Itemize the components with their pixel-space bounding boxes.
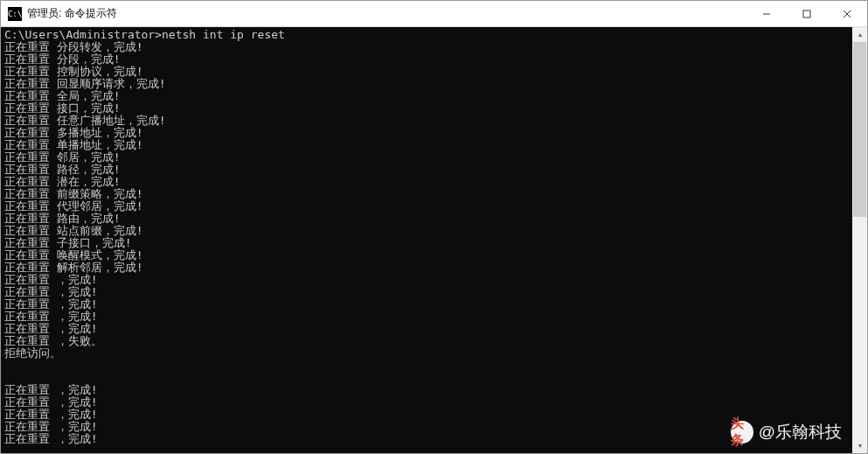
terminal-lines: 正在重置 分段转发，完成! 正在重置 分段，完成! 正在重置 控制协议，完成! …	[4, 40, 166, 445]
maximize-button[interactable]	[787, 1, 827, 26]
terminal-wrapper: C:\Users\Administrator>netsh int ip rese…	[1, 27, 867, 453]
svg-rect-1	[803, 10, 810, 17]
scroll-up-icon[interactable]: ▴	[852, 27, 867, 42]
watermark: 头条 @乐翰科技	[731, 421, 842, 444]
command-text: netsh int ip reset	[162, 28, 285, 41]
watermark-icon: 头条	[731, 421, 753, 444]
scrollbar[interactable]: ▴ ▾	[852, 27, 867, 453]
terminal-output[interactable]: C:\Users\Administrator>netsh int ip rese…	[1, 27, 852, 453]
titlebar: C:\ 管理员: 命令提示符	[1, 1, 867, 27]
close-button[interactable]	[827, 1, 867, 26]
minimize-button[interactable]	[746, 1, 787, 26]
prompt: C:\Users\Administrator>	[4, 28, 162, 41]
cmd-icon: C:\	[8, 7, 22, 21]
scrollbar-thumb[interactable]	[853, 42, 866, 217]
window-controls	[746, 1, 867, 26]
watermark-text: @乐翰科技	[759, 421, 842, 444]
window-title: 管理员: 命令提示符	[27, 6, 746, 21]
scroll-down-icon[interactable]: ▾	[852, 438, 867, 453]
cmd-window: C:\ 管理员: 命令提示符 C:\Users\Administrator>ne…	[0, 0, 868, 454]
